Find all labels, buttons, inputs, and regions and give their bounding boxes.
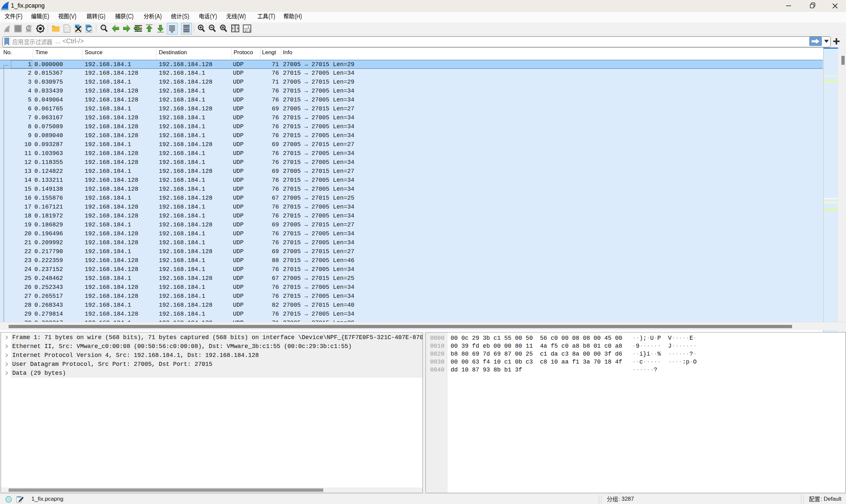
svg-text:2: 2	[244, 29, 246, 32]
svg-text:0111: 0111	[65, 31, 69, 33]
svg-text:(H): (H)	[294, 13, 302, 20]
svg-text:1: 1	[247, 25, 249, 29]
svg-text:(V): (V)	[69, 13, 76, 20]
svg-text:3: 3	[249, 29, 251, 32]
svg-text:(W): (W)	[237, 13, 246, 20]
svg-text:(E): (E)	[42, 13, 49, 20]
svg-text:(Y): (Y)	[210, 13, 217, 20]
svg-text:(T): (T)	[268, 13, 275, 20]
svg-text:(C): (C)	[126, 13, 133, 20]
svg-text:(S): (S)	[182, 13, 189, 20]
svg-text:(G): (G)	[98, 13, 105, 20]
svg-text:(A): (A)	[155, 13, 161, 20]
svg-text:(F): (F)	[16, 13, 22, 20]
